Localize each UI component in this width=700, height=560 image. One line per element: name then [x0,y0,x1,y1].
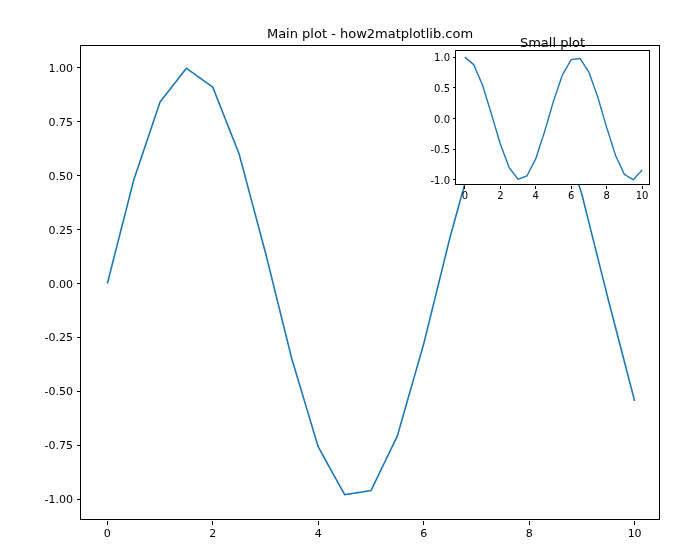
y-tick-mark [77,445,81,446]
y-tick-mark [77,283,81,284]
x-tick-label: 6 [420,527,427,540]
y-tick-label: -1.00 [45,493,73,506]
x-tick-label: 10 [628,527,642,540]
y-tick-label: 0.5 [434,82,450,93]
y-tick-mark [77,499,81,500]
y-tick-label: 0.00 [49,277,74,290]
y-tick-mark [453,87,456,88]
x-tick-mark [212,521,213,525]
x-tick-label: 10 [636,190,649,201]
x-tick-mark [642,186,643,189]
x-tick-mark [423,521,424,525]
y-tick-label: 0.75 [49,115,74,128]
y-tick-mark [453,118,456,119]
x-tick-mark [500,186,501,189]
x-tick-mark [634,521,635,525]
y-tick-mark [453,179,456,180]
y-tick-label: 0.0 [434,113,450,124]
x-tick-label: 0 [104,527,111,540]
y-tick-mark [77,175,81,176]
y-tick-mark [77,229,81,230]
y-tick-label: 1.00 [49,61,74,74]
y-tick-label: 0.25 [49,223,74,236]
inset-series-line [465,57,642,180]
inset-plot-axes: Small plot 0246810-1.0-0.50.00.51.0 [455,50,650,185]
y-tick-label: -0.50 [45,385,73,398]
x-tick-mark [107,521,108,525]
inset-plot-line [456,51,651,186]
y-tick-label: 0.50 [49,169,74,182]
x-tick-label: 4 [315,527,322,540]
y-tick-label: -0.5 [430,144,450,155]
x-tick-label: 4 [533,190,539,201]
y-tick-label: 1.0 [434,52,450,63]
figure: Main plot - how2matplotlib.com 0246810-1… [0,0,700,560]
x-tick-label: 2 [209,527,216,540]
x-tick-mark [571,186,572,189]
x-tick-mark [529,521,530,525]
x-tick-label: 8 [603,190,609,201]
x-tick-label: 8 [526,527,533,540]
x-tick-label: 2 [497,190,503,201]
y-tick-label: -0.75 [45,439,73,452]
x-tick-mark [535,186,536,189]
y-tick-mark [77,67,81,68]
x-tick-mark [464,186,465,189]
x-tick-mark [606,186,607,189]
y-tick-mark [77,121,81,122]
x-tick-mark [318,521,319,525]
y-tick-mark [453,149,456,150]
x-tick-label: 6 [568,190,574,201]
x-tick-label: 0 [462,190,468,201]
inset-plot-title: Small plot [456,35,649,50]
y-tick-label: -1.0 [430,174,450,185]
y-tick-mark [77,337,81,338]
y-tick-label: -0.25 [45,331,73,344]
y-tick-mark [453,57,456,58]
y-tick-mark [77,391,81,392]
